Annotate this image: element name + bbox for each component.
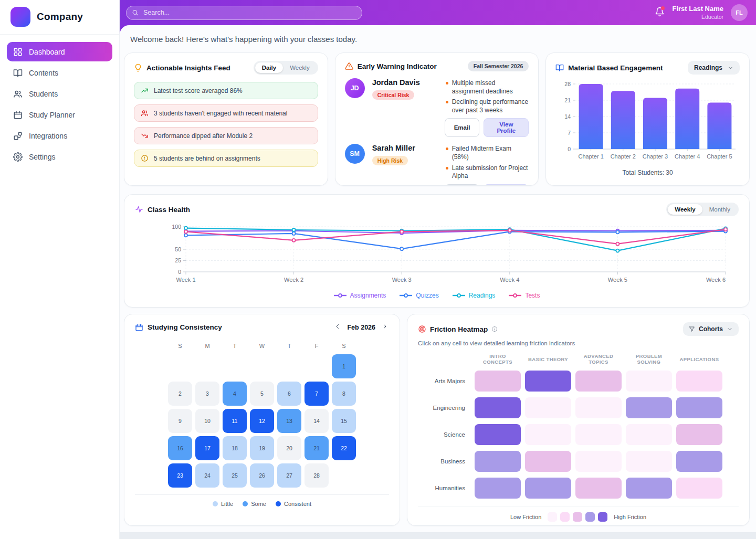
empty-cell xyxy=(277,354,301,378)
calendar-day[interactable]: 6 xyxy=(277,382,301,406)
friction-cell[interactable] xyxy=(575,424,622,445)
calendar-day[interactable]: 8 xyxy=(332,382,356,406)
sidebar-nav: Dashboard Contents Students Study Planne… xyxy=(0,35,119,174)
friction-cell[interactable] xyxy=(475,424,521,445)
calendar-day[interactable]: 12 xyxy=(250,409,274,433)
user-menu[interactable]: First Last Name Educator xyxy=(672,5,723,20)
sidebar-item-contents[interactable]: Contents xyxy=(7,63,112,82)
friction-cell[interactable] xyxy=(626,424,672,445)
calendar-day[interactable]: 27 xyxy=(277,463,301,488)
sidebar-item-students[interactable]: Students xyxy=(7,84,112,103)
friction-cell[interactable] xyxy=(676,451,722,472)
view-profile-button[interactable]: View Profile xyxy=(484,184,529,186)
friction-cell[interactable] xyxy=(475,371,521,392)
calendar-day[interactable]: 28 xyxy=(304,463,329,488)
sidebar-item-dashboard[interactable]: Dashboard xyxy=(7,42,112,61)
sidebar-item-settings[interactable]: Settings xyxy=(7,147,112,166)
toggle-weekly[interactable]: Weekly xyxy=(283,62,317,73)
friction-subtitle: Click on any cell to view detailed learn… xyxy=(418,340,739,346)
insight-item[interactable]: 5 students are behind on assignments xyxy=(134,150,318,167)
friction-cell[interactable] xyxy=(525,371,571,392)
friction-scale xyxy=(548,512,607,522)
toggle-daily[interactable]: Daily xyxy=(255,62,284,73)
calendar-day[interactable]: 5 xyxy=(250,382,274,406)
chevron-right-icon xyxy=(382,323,388,331)
svg-text:7: 7 xyxy=(568,130,571,136)
insight-item[interactable]: Latest test score averaged 86% xyxy=(134,82,318,99)
friction-cell[interactable] xyxy=(676,397,722,418)
insight-item[interactable]: 3 students haven't engaged with recent m… xyxy=(134,104,318,122)
calendar-day[interactable]: 3 xyxy=(195,382,219,406)
search-input[interactable] xyxy=(126,6,362,20)
legend-item-tests[interactable]: Tests xyxy=(509,292,540,299)
calendar-day[interactable]: 22 xyxy=(332,436,356,460)
friction-cell[interactable] xyxy=(626,371,672,392)
legend-item-readings[interactable]: Readings xyxy=(453,292,496,299)
friction-cell[interactable] xyxy=(575,397,622,418)
calendar-day[interactable]: 19 xyxy=(250,436,274,460)
class-health-title: Class Health xyxy=(148,206,190,214)
email-button[interactable]: Email xyxy=(445,184,480,186)
calendar-day[interactable]: 20 xyxy=(277,436,301,460)
legend-item-quizzes[interactable]: Quizzes xyxy=(400,292,438,299)
info-icon[interactable] xyxy=(491,326,498,332)
friction-cell[interactable] xyxy=(575,451,622,472)
legend-item-assignments[interactable]: Assignments xyxy=(334,292,386,299)
friction-cell[interactable] xyxy=(626,397,672,418)
friction-cell[interactable] xyxy=(525,424,571,445)
calendar-day[interactable]: 1 xyxy=(332,354,356,378)
friction-cell[interactable] xyxy=(575,478,622,499)
sidebar-item-integrations[interactable]: Integrations xyxy=(7,126,112,145)
sidebar-item-study-planner[interactable]: Study Planner xyxy=(7,105,112,124)
empty-cell xyxy=(195,354,219,378)
friction-cell[interactable] xyxy=(676,371,722,392)
user-avatar[interactable]: FL xyxy=(731,4,748,21)
study-calendar: SMTWTFS123456789101112131415161718192021… xyxy=(168,341,356,488)
friction-cell[interactable] xyxy=(525,478,571,499)
calendar-day[interactable]: 4 xyxy=(223,382,247,406)
calendar-day[interactable]: 2 xyxy=(168,382,192,406)
calendar-day[interactable]: 9 xyxy=(168,409,192,433)
insight-item[interactable]: Performance dipped after Module 2 xyxy=(134,127,318,144)
toggle-weekly[interactable]: Weekly xyxy=(668,204,702,215)
calendar-day[interactable]: 23 xyxy=(168,463,192,488)
cohorts-dropdown[interactable]: Cohorts xyxy=(683,322,739,336)
calendar-day[interactable]: 18 xyxy=(223,436,247,460)
friction-cell[interactable] xyxy=(626,478,672,499)
sidebar-item-label: Study Planner xyxy=(29,111,75,119)
calendar-day[interactable]: 7 xyxy=(304,382,329,406)
class-health-period-toggle: WeeklyMonthly xyxy=(666,203,739,216)
svg-text:Chapter 4: Chapter 4 xyxy=(675,153,700,160)
notification-bell-button[interactable] xyxy=(655,7,665,18)
friction-cell[interactable] xyxy=(626,451,672,472)
friction-cell[interactable] xyxy=(676,478,722,499)
calendar-day[interactable]: 17 xyxy=(195,436,219,460)
users-icon xyxy=(13,89,23,99)
next-month-button[interactable] xyxy=(381,322,389,332)
material-type-dropdown[interactable]: Readings xyxy=(688,61,740,75)
toggle-monthly[interactable]: Monthly xyxy=(702,204,737,215)
email-button[interactable]: Email xyxy=(445,118,480,137)
engagement-chart: 07142128Chapter 1Chapter 2Chapter 3Chapt… xyxy=(555,78,740,167)
friction-cell[interactable] xyxy=(475,397,521,418)
calendar-icon xyxy=(135,323,143,332)
calendar-day[interactable]: 14 xyxy=(304,409,329,433)
calendar-day[interactable]: 10 xyxy=(195,409,219,433)
friction-cell[interactable] xyxy=(575,371,622,392)
friction-cell[interactable] xyxy=(525,397,571,418)
friction-cell[interactable] xyxy=(475,478,521,499)
calendar-day[interactable]: 26 xyxy=(250,463,274,488)
calendar-day[interactable]: 25 xyxy=(223,463,247,488)
friction-cell[interactable] xyxy=(525,451,571,472)
calendar-day[interactable]: 13 xyxy=(277,409,301,433)
prev-month-button[interactable] xyxy=(333,322,342,332)
calendar-day[interactable]: 24 xyxy=(195,463,219,488)
calendar-day[interactable]: 11 xyxy=(223,409,247,433)
friction-cell[interactable] xyxy=(475,451,521,472)
friction-cell[interactable] xyxy=(676,424,722,445)
calendar-day[interactable]: 16 xyxy=(168,436,192,460)
calendar-day[interactable]: 15 xyxy=(332,409,356,433)
calendar-day[interactable]: 21 xyxy=(304,436,329,460)
divider xyxy=(135,494,389,495)
view-profile-button[interactable]: View Profile xyxy=(484,118,529,137)
